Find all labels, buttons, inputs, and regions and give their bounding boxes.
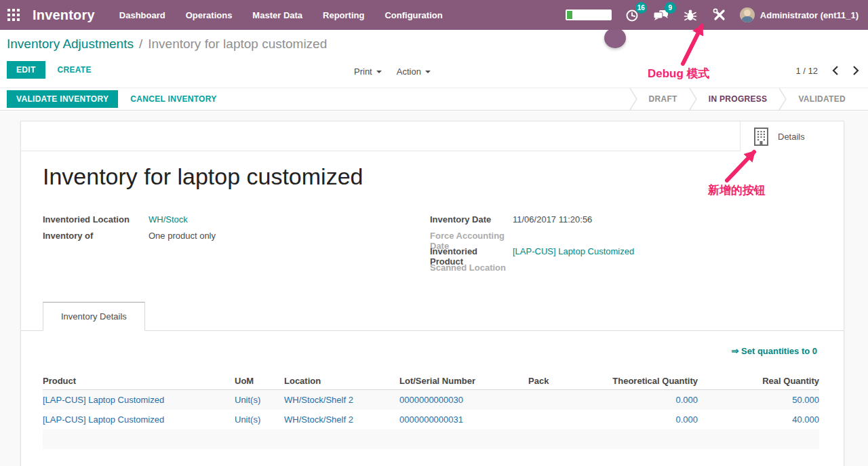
cell-theoretical-qty[interactable]: 0.000 xyxy=(596,414,698,425)
building-icon xyxy=(754,128,768,146)
activities-badge: 16 xyxy=(635,2,647,14)
chevron-right-icon xyxy=(852,65,860,76)
usage-progressbar xyxy=(566,9,612,20)
apps-menu-button[interactable] xyxy=(0,0,27,30)
field-value-inventory-date: 11/06/2017 11:20:56 xyxy=(513,214,592,225)
status-separator-icon xyxy=(629,88,637,110)
print-dropdown-label: Print xyxy=(354,66,372,77)
annotation-debug-label: Debug 模式 xyxy=(648,66,710,81)
menu-dashboard[interactable]: Dashboard xyxy=(119,10,165,20)
pager-previous-button[interactable] xyxy=(831,65,839,76)
cell-uom[interactable]: Unit(s) xyxy=(235,395,284,405)
col-header-uom[interactable]: UoM xyxy=(235,376,284,386)
annotation-arrow-debug xyxy=(673,16,714,66)
user-avatar xyxy=(740,7,755,22)
create-button[interactable]: CREATE xyxy=(58,65,92,75)
breadcrumb-separator: / xyxy=(139,37,142,52)
notebook-tabs: Inventory Details xyxy=(21,302,844,331)
status-draft[interactable]: DRAFT xyxy=(637,94,689,104)
col-header-location[interactable]: Location xyxy=(284,376,399,386)
breadcrumb-parent-link[interactable]: Inventory Adjustments xyxy=(7,37,134,52)
top-navbar: Inventory Dashboard Operations Master Da… xyxy=(0,0,868,30)
status-separator-icon xyxy=(689,88,697,110)
usage-progress-fill xyxy=(567,11,572,19)
cell-product[interactable]: [LAP-CUS] Laptop Customized xyxy=(43,395,235,405)
breadcrumb-current: Inventory for laptop customized xyxy=(148,37,327,52)
user-name: Administrator (ent11_1) xyxy=(760,10,859,20)
form-statusbar: VALIDATE INVENTORY CANCEL INVENTORY DRAF… xyxy=(0,88,868,111)
record-title: Inventory for laptop customized xyxy=(43,163,363,190)
field-value-inventoried-product[interactable]: [LAP-CUS] Laptop Customized xyxy=(513,246,634,256)
field-label-inventory-date: Inventory Date xyxy=(430,214,513,225)
tab-inventory-details[interactable]: Inventory Details xyxy=(43,302,145,331)
status-pipeline: DRAFT IN PROGRESS VALIDATED xyxy=(629,88,868,110)
cell-real-qty[interactable]: 40.000 xyxy=(698,414,819,425)
annotation-arrow-new-button xyxy=(717,144,765,186)
field-value-inventory-of: One product only xyxy=(149,231,216,241)
main-menu: Dashboard Operations Master Data Reporti… xyxy=(119,10,443,20)
caret-down-icon xyxy=(425,71,431,73)
cell-lot-serial[interactable]: 0000000000031 xyxy=(399,414,528,425)
status-validated[interactable]: VALIDATED xyxy=(787,94,857,104)
validate-inventory-button[interactable]: VALIDATE INVENTORY xyxy=(7,90,118,108)
cell-theoretical-qty[interactable]: 0.000 xyxy=(596,395,698,405)
table-row[interactable]: [LAP-CUS] Laptop Customized Unit(s) WH/S… xyxy=(43,410,819,429)
messages-badge: 9 xyxy=(665,2,676,14)
cell-product[interactable]: [LAP-CUS] Laptop Customized xyxy=(43,414,235,425)
cell-location[interactable]: WH/Stock/Shelf 2 xyxy=(284,414,399,425)
action-dropdown-label: Action xyxy=(397,66,421,77)
field-label-scanned-location: Scanned Location xyxy=(430,263,513,273)
chevron-left-icon xyxy=(831,65,839,76)
table-empty-row[interactable] xyxy=(43,429,819,449)
menu-reporting[interactable]: Reporting xyxy=(323,10,364,20)
apps-grid-icon xyxy=(7,9,20,21)
set-quantities-to-zero-link[interactable]: ⇒ Set quantities to 0 xyxy=(732,346,817,356)
app-title[interactable]: Inventory xyxy=(33,7,95,23)
field-group: Inventoried Location WH/Stock Inventory … xyxy=(43,214,822,278)
col-header-theoretical-qty[interactable]: Theoretical Quantity xyxy=(596,376,698,386)
activities-button[interactable]: 16 xyxy=(623,6,641,24)
col-header-lot-serial[interactable]: Lot/Serial Number xyxy=(399,376,528,386)
cell-location[interactable]: WH/Stock/Shelf 2 xyxy=(284,395,399,405)
details-button-label: Details xyxy=(778,132,805,142)
field-label-inventoried-location: Inventoried Location xyxy=(43,214,149,225)
breadcrumb: Inventory Adjustments / Inventory for la… xyxy=(0,30,868,58)
caret-down-icon xyxy=(376,71,382,73)
table-row[interactable]: [LAP-CUS] Laptop Customized Unit(s) WH/S… xyxy=(43,390,819,410)
pager-value: 1 / 12 xyxy=(795,66,818,76)
field-label-inventory-of: Inventory of xyxy=(43,231,149,241)
table-header-row: Product UoM Location Lot/Serial Number P… xyxy=(43,372,819,390)
status-in-progress[interactable]: IN PROGRESS xyxy=(697,94,779,104)
cell-real-qty[interactable]: 50.000 xyxy=(698,395,819,405)
menu-configuration[interactable]: Configuration xyxy=(384,10,442,20)
print-dropdown[interactable]: Print xyxy=(354,66,382,77)
pager-next-button[interactable] xyxy=(852,65,860,76)
user-menu[interactable]: Administrator (ent11_1) xyxy=(740,7,859,22)
edit-button[interactable]: EDIT xyxy=(7,61,45,79)
control-panel: EDIT CREATE Print Action 1 / 12 xyxy=(0,58,868,88)
menu-operations[interactable]: Operations xyxy=(186,10,233,20)
col-header-real-qty[interactable]: Real Quantity xyxy=(698,376,819,386)
field-value-inventoried-location[interactable]: WH/Stock xyxy=(149,214,188,225)
tools-icon xyxy=(713,8,726,22)
inventory-lines-table: Product UoM Location Lot/Serial Number P… xyxy=(43,372,819,449)
cancel-inventory-button[interactable]: CANCEL INVENTORY xyxy=(130,94,216,104)
status-separator-icon xyxy=(778,88,787,110)
annotation-dot xyxy=(604,28,626,48)
action-dropdown[interactable]: Action xyxy=(397,66,431,77)
cell-lot-serial[interactable]: 0000000000030 xyxy=(399,395,528,405)
menu-master-data[interactable]: Master Data xyxy=(252,10,302,20)
messages-button[interactable]: 9 xyxy=(652,6,670,24)
col-header-product[interactable]: Product xyxy=(43,376,235,386)
col-header-pack[interactable]: Pack xyxy=(528,376,596,386)
cell-uom[interactable]: Unit(s) xyxy=(235,414,284,425)
